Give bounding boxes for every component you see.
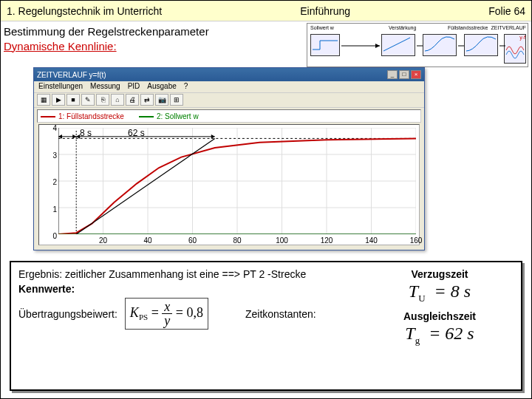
header-left: 1. Regelungstechnik im Unterricht: [7, 5, 162, 17]
toolbar: ▦ ▶ ■ ✎ ⎘ ⌂ 🖨 ⇄ 📷 ⊞: [34, 93, 424, 108]
kennwerte-label: Kennwerte:: [18, 283, 75, 295]
verzug-formula: TU = 8 s: [366, 282, 514, 304]
window-titlebar[interactable]: ZEITVERLAUF y=f(t) _ □ ×: [34, 68, 424, 81]
x-axis: 20406080100120140160: [58, 234, 416, 245]
svg-marker-1: [375, 44, 380, 48]
minimize-button[interactable]: _: [387, 70, 398, 79]
kps-formula: KPS = xy = 0,8: [125, 298, 208, 330]
tool-btn-3[interactable]: ■: [66, 94, 80, 106]
maximize-button[interactable]: □: [399, 70, 409, 79]
legend-text-1: 1: Füllstandsstrecke: [58, 112, 124, 120]
menu-pid[interactable]: PID: [128, 82, 140, 92]
menubar: Einstellungen Messung PID Ausgabe ?: [34, 81, 424, 93]
y-axis: 01234: [41, 125, 58, 245]
block-diagram: Sollwert w Verstärkung Füllstandsstrecke…: [307, 23, 528, 67]
plot-legend: 1: Füllstandsstrecke 2: Sollwert w: [37, 109, 421, 123]
tool-btn-1[interactable]: ▦: [37, 94, 50, 106]
tool-btn-6[interactable]: ⌂: [111, 94, 124, 106]
header-right: Folie 64: [488, 5, 525, 17]
zeitkonst-label: Zeitkonstanten:: [245, 308, 316, 320]
menu-messung[interactable]: Messung: [90, 82, 120, 92]
menu-ausgabe[interactable]: Ausgabe: [147, 82, 176, 92]
tool-btn-7[interactable]: 🖨: [126, 94, 139, 106]
menu-einstellungen[interactable]: Einstellungen: [38, 82, 83, 92]
tool-btn-5[interactable]: ⎘: [96, 94, 109, 106]
ausgleich-formula: Tg = 62 s: [366, 324, 514, 347]
plot-area: 01234 20406080100120140160 8 s 62 s: [38, 124, 420, 245]
tool-btn-10[interactable]: ⊞: [170, 94, 183, 106]
tool-btn-9[interactable]: 📷: [155, 94, 168, 106]
close-button[interactable]: ×: [411, 70, 421, 79]
header-center: Einführung: [162, 5, 488, 17]
legend-swatch-2: [139, 116, 154, 117]
legend-swatch-1: [41, 116, 55, 117]
uebertrag-label: Übertragungsbeiwert:: [18, 308, 117, 320]
ausgleich-label: Ausgleichszeit: [366, 310, 514, 322]
result-box: Ergebnis: zeitlicher Zusammenhang ist ei…: [10, 261, 522, 391]
plot-window: ZEITVERLAUF y=f(t) _ □ × Einstellungen M…: [33, 67, 425, 250]
verzug-label: Verzugszeit: [366, 268, 514, 280]
tool-btn-4[interactable]: ✎: [81, 94, 95, 106]
plot-svg: [58, 128, 416, 234]
window-title: ZEITVERLAUF y=f(t): [37, 71, 386, 79]
tool-btn-2[interactable]: ▶: [52, 94, 65, 106]
menu-help[interactable]: ?: [184, 82, 188, 92]
annotation-tu: 8 s: [80, 128, 92, 138]
legend-text-2: 2: Sollwert w: [157, 112, 199, 120]
tool-btn-8[interactable]: ⇄: [140, 94, 154, 106]
annotation-tg: 62 s: [128, 128, 145, 138]
